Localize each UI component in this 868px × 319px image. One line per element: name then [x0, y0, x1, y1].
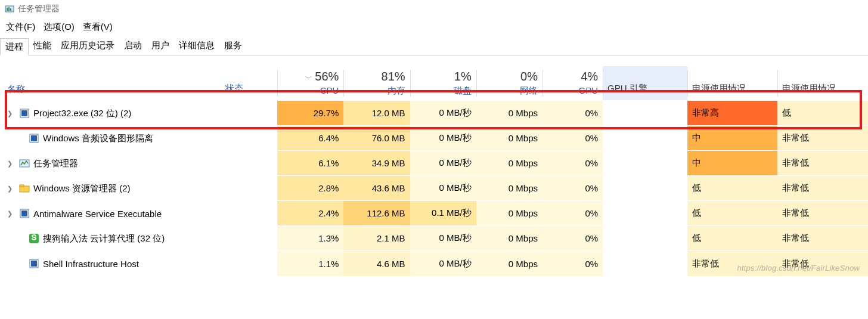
col-power-trend[interactable]: 电源使用情况 [777, 66, 868, 101]
cell-gpu-engine [603, 151, 687, 176]
cell-disk: 0 MB/秒 [410, 101, 476, 126]
menu-file[interactable]: 文件(F) [6, 21, 35, 33]
cell-gpu: 0% [542, 176, 603, 201]
expander-icon[interactable]: ❯ [7, 210, 16, 218]
tab-6[interactable]: 服务 [219, 38, 247, 55]
col-status[interactable]: 状态 [223, 66, 277, 101]
tab-0[interactable]: 进程 [0, 38, 29, 55]
process-name: 搜狗输入法 云计算代理 (32 位) [43, 233, 165, 244]
cell-status [223, 176, 277, 201]
cell-gpu: 0% [542, 101, 603, 126]
cell-gpu-engine [603, 251, 687, 276]
tab-2[interactable]: 应用历史记录 [56, 38, 119, 55]
cell-status [223, 201, 277, 226]
tab-1[interactable]: 性能 [29, 38, 56, 55]
cell-gpu-engine [603, 126, 687, 151]
menu-view[interactable]: 查看(V) [83, 21, 113, 33]
cell-gpu-engine [603, 101, 687, 126]
cell-cpu: 29.7% [277, 101, 343, 126]
col-disk[interactable]: 1%磁盘 [410, 66, 476, 101]
svg-rect-12 [21, 210, 27, 216]
process-name: Antimalware Service Executable [33, 209, 162, 219]
col-name[interactable]: 名称 [0, 66, 223, 101]
svg-rect-3 [10, 8, 11, 11]
cell-mem: 112.6 MB [343, 201, 410, 226]
col-cpu[interactable]: ﹀56%CPU [277, 66, 343, 101]
expander-icon[interactable]: ❯ [7, 110, 16, 117]
sort-descending-icon: ﹀ [305, 74, 312, 82]
generic-app-icon [19, 208, 30, 219]
cell-disk: 0 MB/秒 [410, 251, 476, 276]
col-gpu-engine[interactable]: GPU 引擎 [603, 66, 687, 101]
titlebar: 任务管理器 [0, 0, 868, 18]
cell-status [223, 226, 277, 251]
process-name: Windows 音频设备图形隔离 [43, 133, 153, 144]
table-row[interactable]: ❯Antimalware Service Executable2.4%112.6… [0, 201, 868, 226]
menubar: 文件(F) 选项(O) 查看(V) [0, 18, 868, 38]
cell-mem: 12.0 MB [343, 101, 410, 126]
cell-net: 0 Mbps [476, 101, 542, 126]
svg-rect-7 [31, 135, 37, 141]
cell-power: 低 [687, 201, 778, 226]
table-row[interactable]: 搜狗输入法 云计算代理 (32 位)1.3%2.1 MB0 MB/秒0 Mbps… [0, 226, 868, 251]
svg-rect-10 [20, 185, 24, 187]
cell-net: 0 Mbps [476, 251, 542, 276]
col-gpu[interactable]: 4%GPU [542, 66, 603, 101]
cell-disk: 0 MB/秒 [410, 226, 476, 251]
table-row[interactable]: Windows 音频设备图形隔离6.4%76.0 MB0 MB/秒0 Mbps0… [0, 126, 868, 151]
window-title: 任务管理器 [18, 4, 60, 14]
cell-cpu: 1.3% [277, 226, 343, 251]
tab-3[interactable]: 启动 [119, 38, 147, 55]
cell-gpu: 0% [542, 226, 603, 251]
svg-rect-2 [8, 7, 10, 11]
cell-status [223, 101, 277, 126]
cell-power-trend: 非常低 [777, 151, 868, 176]
expander-icon[interactable]: ❯ [7, 185, 16, 193]
col-power[interactable]: 电源使用情况 [687, 66, 778, 101]
cell-status [223, 151, 277, 176]
table-row[interactable]: ❯Windows 资源管理器 (2)2.8%43.6 MB0 MB/秒0 Mbp… [0, 176, 868, 201]
cell-gpu-engine [603, 176, 687, 201]
cell-net: 0 Mbps [476, 226, 542, 251]
table-row[interactable]: ❯任务管理器6.1%34.9 MB0 MB/秒0 Mbps0%中非常低 [0, 151, 868, 176]
generic-app-icon [19, 108, 30, 119]
process-name: Project32.exe (32 位) (2) [33, 108, 131, 119]
col-net[interactable]: 0%网络 [476, 66, 542, 101]
process-name: Shell Infrastructure Host [43, 259, 139, 269]
menu-options[interactable]: 选项(O) [44, 21, 75, 33]
cell-cpu: 2.4% [277, 201, 343, 226]
svg-rect-5 [21, 110, 27, 116]
cell-gpu-engine [603, 201, 687, 226]
cell-power: 非常高 [687, 101, 778, 126]
svg-rect-1 [7, 8, 8, 11]
cell-mem: 4.6 MB [343, 251, 410, 276]
cell-status [223, 251, 277, 276]
cell-gpu-engine [603, 226, 687, 251]
explorer-icon [19, 183, 30, 194]
tab-4[interactable]: 用户 [147, 38, 174, 55]
cell-gpu: 0% [542, 201, 603, 226]
table-row[interactable]: ❯Project32.exe (32 位) (2)29.7%12.0 MB0 M… [0, 101, 868, 126]
cell-cpu: 2.8% [277, 176, 343, 201]
expander-icon[interactable]: ❯ [7, 160, 16, 168]
cell-status [223, 126, 277, 151]
cell-mem: 34.9 MB [343, 151, 410, 176]
generic-app-icon [29, 258, 39, 269]
process-name: 任务管理器 [33, 158, 78, 169]
cell-disk: 0 MB/秒 [410, 176, 476, 201]
cell-power: 低 [687, 226, 778, 251]
cell-power-trend: 非常低 [777, 176, 868, 201]
cell-disk: 0.1 MB/秒 [410, 201, 476, 226]
process-name: Windows 资源管理器 (2) [33, 183, 131, 194]
cell-gpu: 0% [542, 151, 603, 176]
cell-power: 低 [687, 176, 778, 201]
watermark: https://blog.csdn.net/FairLikeSnow [737, 264, 860, 272]
app-icon [5, 4, 14, 14]
cell-net: 0 Mbps [476, 126, 542, 151]
cell-mem: 2.1 MB [343, 226, 410, 251]
sogou-icon [29, 233, 39, 244]
cell-cpu: 6.1% [277, 151, 343, 176]
tab-5[interactable]: 详细信息 [174, 38, 219, 55]
cell-power: 中 [687, 126, 778, 151]
col-mem[interactable]: 81%内存 [343, 66, 410, 101]
